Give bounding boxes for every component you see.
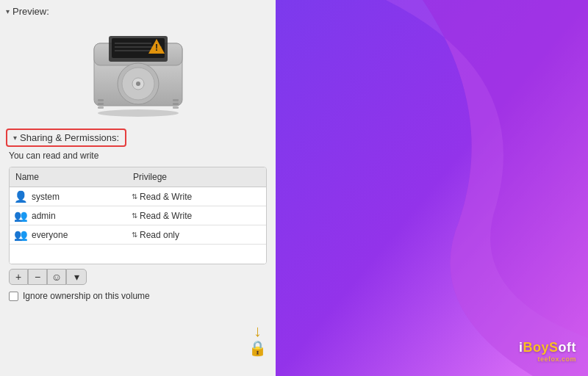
lock-area[interactable]: ↓ 🔒 — [248, 323, 267, 357]
background-decoration — [276, 0, 588, 376]
updown-arrows-icon: ⇅ — [132, 231, 137, 239]
updown-arrows-icon: ⇅ — [132, 212, 137, 220]
table-row[interactable]: 👤 system ⇅ Read & Write — [10, 187, 266, 206]
watermark: iBoySoftteefox.com — [519, 340, 576, 363]
system-label: system — [32, 192, 60, 202]
row-system-name: 👤 system — [10, 188, 127, 206]
system-privilege-label: Read & Write — [140, 192, 192, 202]
svg-text:!: ! — [155, 43, 158, 53]
sharing-chevron-icon: ▾ — [13, 134, 17, 142]
svg-rect-17 — [173, 99, 179, 101]
col-privilege-header: Privilege — [127, 170, 266, 184]
ignore-ownership-checkbox[interactable] — [9, 292, 18, 301]
admin-label: admin — [32, 211, 56, 221]
left-panel: ▾ Preview: — [0, 0, 276, 376]
col-name-header: Name — [10, 170, 127, 184]
admin-user-icon: 👥 — [14, 209, 28, 223]
system-user-icon: 👤 — [14, 190, 28, 203]
arrow-down-icon: ↓ — [254, 323, 262, 339]
svg-rect-16 — [98, 106, 104, 109]
lock-icon[interactable]: 🔒 — [248, 339, 267, 357]
row-everyone-privilege[interactable]: ⇅ Read only — [127, 228, 266, 242]
action-permission-button[interactable]: ☺ — [47, 269, 66, 285]
hard-drive-icon: ! — [87, 29, 190, 117]
preview-header[interactable]: ▾ Preview: — [0, 0, 276, 21]
preview-chevron-icon: ▾ — [6, 7, 10, 15]
permissions-toolbar: + − ☺ ▾ — [9, 269, 267, 285]
add-permission-button[interactable]: + — [9, 269, 28, 285]
row-everyone-name: 👥 everyone — [10, 226, 127, 244]
row-admin-name: 👥 admin — [10, 207, 127, 225]
svg-point-13 — [136, 82, 140, 86]
admin-privilege-label: Read & Write — [140, 211, 192, 221]
ignore-ownership-row: Ignore ownership on this volume — [9, 291, 267, 301]
svg-rect-18 — [173, 103, 179, 105]
table-header: Name Privilege — [10, 167, 266, 187]
preview-label: Preview: — [12, 6, 49, 17]
table-row[interactable]: 👥 everyone ⇅ Read only — [10, 225, 266, 245]
disk-image-container: ! — [0, 21, 276, 127]
right-panel: iBoySoftteefox.com — [276, 0, 588, 376]
sharing-subtitle: You can read and write — [0, 147, 276, 167]
row-admin-privilege[interactable]: ⇅ Read & Write — [127, 209, 266, 223]
table-empty-row — [10, 245, 266, 264]
ignore-ownership-label: Ignore ownership on this volume — [23, 291, 150, 301]
sharing-permissions-header[interactable]: ▾ Sharing & Permissions: — [6, 129, 126, 147]
svg-rect-15 — [98, 103, 104, 105]
svg-rect-19 — [173, 106, 179, 109]
row-system-privilege[interactable]: ⇅ Read & Write — [127, 189, 266, 204]
everyone-label: everyone — [32, 230, 68, 240]
updown-arrows-icon: ⇅ — [132, 192, 137, 200]
table-row[interactable]: 👥 admin ⇅ Read & Write — [10, 206, 266, 225]
svg-point-0 — [98, 109, 179, 117]
remove-permission-button[interactable]: − — [28, 269, 47, 285]
sharing-header-label: Sharing & Permissions: — [20, 132, 119, 143]
svg-rect-14 — [98, 99, 104, 101]
everyone-privilege-label: Read only — [140, 230, 179, 240]
dropdown-permission-button[interactable]: ▾ — [66, 269, 87, 285]
everyone-user-icon: 👥 — [14, 228, 28, 242]
permissions-table: Name Privilege 👤 system ⇅ Read & Write 👥… — [9, 167, 267, 264]
